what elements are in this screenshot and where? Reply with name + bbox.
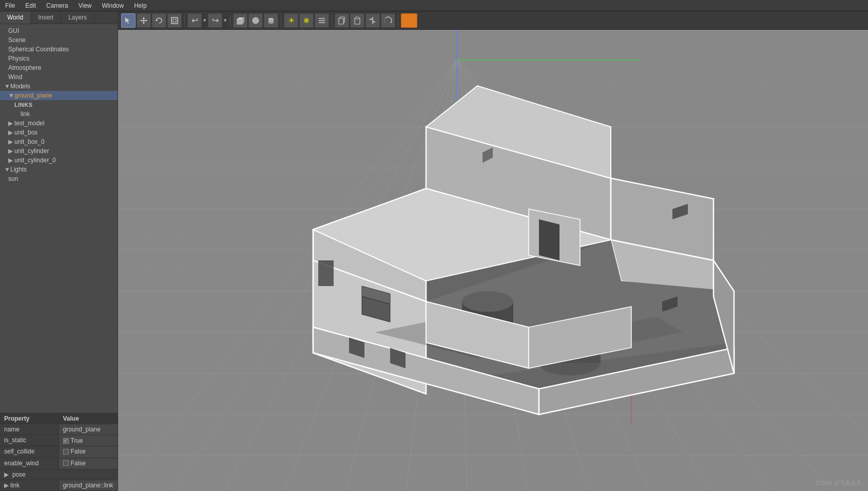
watermark: CSDN @飞龙在天 xyxy=(816,479,862,487)
dirlight-icon xyxy=(318,16,326,25)
tree-links[interactable]: LINKS xyxy=(0,100,118,109)
tab-layers[interactable]: Layers xyxy=(61,11,94,24)
viewport[interactable]: CSDN @飞龙在天 xyxy=(118,30,868,491)
main-layout: World Insert Layers GUI Scene Spherical … xyxy=(0,11,868,491)
props-col-property: Property xyxy=(0,413,59,424)
tree-gui[interactable]: GUI xyxy=(0,26,118,35)
toolbar-sphere-btn[interactable] xyxy=(248,13,263,28)
tree-unit-box-0[interactable]: ▶ unit_box_0 xyxy=(0,137,118,146)
props-row-self-collide: self_collide False xyxy=(0,446,118,458)
box-icon xyxy=(236,16,244,25)
toolbar-cylinder-btn[interactable] xyxy=(264,13,278,28)
tree-unit-box[interactable]: ▶ unit_box xyxy=(0,128,118,137)
props-name-value[interactable]: ground_plane xyxy=(59,424,118,435)
tree-models-label: Models xyxy=(10,83,30,90)
toolbar-dirlight-btn[interactable] xyxy=(315,13,329,28)
tab-world[interactable]: World xyxy=(0,11,31,24)
enable-wind-checkbox[interactable] xyxy=(63,460,69,466)
tree-unit-cylinder-0[interactable]: ▶ unit_cylinder_0 xyxy=(0,156,118,165)
toolbar-paste-btn[interactable] xyxy=(350,13,364,28)
sep1 xyxy=(184,14,185,27)
tree-lights-section[interactable]: ▼ Lights xyxy=(0,165,118,174)
tree-wind[interactable]: Wind xyxy=(0,72,118,82)
tree-scene[interactable]: Scene xyxy=(0,35,118,45)
props-row-pose[interactable]: ▶ pose xyxy=(0,469,118,480)
toolbar-select-btn[interactable] xyxy=(121,13,136,28)
tree-panel: GUI Scene Spherical Coordinates Physics … xyxy=(0,24,118,413)
svg-marker-3 xyxy=(143,17,145,18)
toolbar-undo-btn[interactable]: ↩ xyxy=(187,13,202,28)
tree-unit-box-0-label: unit_box_0 xyxy=(14,138,45,145)
tree-models-section[interactable]: ▼ Models xyxy=(0,82,118,91)
select-icon xyxy=(124,16,132,25)
scale-icon xyxy=(170,16,179,25)
menu-window[interactable]: Window xyxy=(97,1,129,10)
toolbar: ↩ ▾ ↪ ▾ xyxy=(118,11,868,30)
sep4 xyxy=(332,14,332,27)
scene-view xyxy=(118,30,868,491)
expand-models-icon: ▼ xyxy=(4,83,10,90)
svg-rect-10 xyxy=(237,19,242,24)
self-collide-checkbox[interactable] xyxy=(63,449,69,455)
tree-test-model[interactable]: ▶ test_model xyxy=(0,119,118,128)
cylinder-icon xyxy=(267,16,275,25)
toolbar-copy-btn[interactable] xyxy=(335,13,349,28)
svg-point-13 xyxy=(253,17,259,24)
menu-help[interactable]: Help xyxy=(129,1,152,10)
tree-unit-box-label: unit_box xyxy=(14,129,37,136)
is-static-checkbox-area[interactable]: ✓ True xyxy=(63,437,83,444)
menu-edit[interactable]: Edit xyxy=(20,1,41,10)
toolbar-align-btn[interactable] xyxy=(365,13,380,28)
is-static-checkbox[interactable]: ✓ xyxy=(63,438,69,444)
props-self-collide-value[interactable]: False xyxy=(59,446,118,458)
tree-physics[interactable]: Physics xyxy=(0,54,118,63)
menubar: File Edit Camera View Window Help xyxy=(0,0,868,11)
enable-wind-checkbox-area[interactable]: False xyxy=(63,460,86,467)
toolbar-pointlight-btn[interactable]: ☀ xyxy=(284,13,298,28)
rotate-icon xyxy=(155,16,163,25)
props-self-collide-key: self_collide xyxy=(0,446,59,458)
snap-icon xyxy=(384,16,392,25)
props-row-enable-wind: enable_wind False xyxy=(0,458,118,470)
tree-unit-cylinder[interactable]: ▶ unit_cylinder xyxy=(0,146,118,156)
tree-atmosphere[interactable]: Atmosphere xyxy=(0,63,118,72)
props-enable-wind-value[interactable]: False xyxy=(59,458,118,469)
props-enable-wind-key: enable_wind xyxy=(0,458,59,469)
tree-sun[interactable]: sun xyxy=(0,174,118,183)
props-is-static-value[interactable]: ✓ True xyxy=(59,435,118,446)
undo-arrow[interactable]: ▾ xyxy=(203,17,207,24)
tree-links-label: LINKS xyxy=(14,102,33,108)
expand-pose-icon: ▶ xyxy=(4,471,10,478)
expand-lights-icon: ▼ xyxy=(4,166,10,173)
svg-rect-9 xyxy=(173,19,176,22)
menu-view[interactable]: View xyxy=(73,1,97,10)
props-link-key[interactable]: ▶ link xyxy=(0,480,59,490)
svg-rect-22 xyxy=(339,18,343,24)
tree-ground-plane[interactable]: ▼ ground_plane xyxy=(0,91,118,100)
self-collide-checkbox-area[interactable]: False xyxy=(63,448,86,455)
tree-spherical[interactable]: Spherical Coordinates xyxy=(0,45,118,54)
toolbar-redo-btn[interactable]: ↪ xyxy=(208,13,222,28)
props-header: Property Value xyxy=(0,413,118,424)
menu-camera[interactable]: Camera xyxy=(41,1,73,10)
toolbar-snap-btn[interactable] xyxy=(381,13,395,28)
tree-link[interactable]: link xyxy=(0,109,118,119)
toolbar-material-btn[interactable] xyxy=(401,13,417,28)
tab-insert[interactable]: Insert xyxy=(31,11,61,24)
right-area: ↩ ▾ ↪ ▾ xyxy=(118,11,868,491)
toolbar-rotate-btn[interactable] xyxy=(152,13,166,28)
svg-rect-72 xyxy=(318,260,334,286)
menu-file[interactable]: File xyxy=(0,1,20,10)
svg-marker-6 xyxy=(146,20,147,22)
tree-test-model-label: test_model xyxy=(14,120,45,127)
redo-arrow[interactable]: ▾ xyxy=(223,17,227,24)
toolbar-translate-btn[interactable] xyxy=(137,13,151,28)
toolbar-spotlight-btn[interactable]: ❋ xyxy=(299,13,314,28)
props-row-link: ▶ link ground_plane::link xyxy=(0,480,118,491)
toolbar-box-btn[interactable] xyxy=(233,13,247,28)
props-panel: Property Value name ground_plane is_stat… xyxy=(0,413,118,491)
toolbar-scale-btn[interactable] xyxy=(167,13,182,28)
svg-marker-5 xyxy=(140,20,142,22)
svg-point-81 xyxy=(462,291,513,312)
panel-tabs: World Insert Layers xyxy=(0,11,118,24)
